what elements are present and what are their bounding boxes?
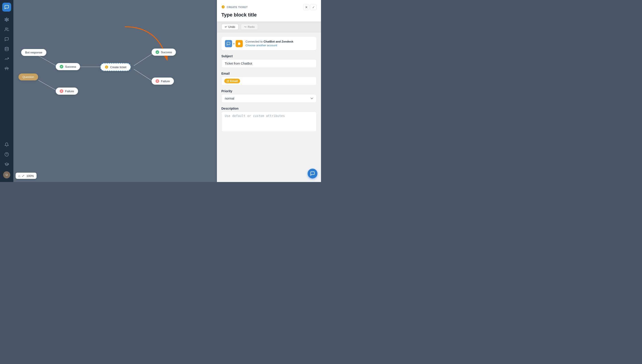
node-question-label: Question xyxy=(23,75,34,79)
svg-point-2 xyxy=(6,21,7,22)
user-avatar[interactable]: U xyxy=(2,170,11,179)
svg-point-4 xyxy=(8,18,9,19)
svg-line-20 xyxy=(38,56,58,67)
undo-icon: ↩ xyxy=(225,25,227,28)
svg-line-24 xyxy=(134,69,153,81)
undo-button[interactable]: ↩ Undo xyxy=(221,24,239,30)
node-create-ticket-label: Create ticket xyxy=(110,66,126,69)
node-failure-1[interactable]: Failure xyxy=(56,88,78,95)
choose-another-account-link[interactable]: Choose another account xyxy=(245,44,277,47)
chatbot-icon xyxy=(225,40,232,47)
chat-fab-button[interactable] xyxy=(308,169,317,178)
connection-service: ChatBot and Zendesk xyxy=(264,40,293,43)
svg-point-6 xyxy=(8,20,9,21)
email-label: Email xyxy=(221,72,317,75)
node-success-1-label: Success xyxy=(65,65,76,68)
email-input-container[interactable]: @ Email xyxy=(221,77,317,85)
svg-point-18 xyxy=(5,152,9,156)
sidebar-item-academy[interactable] xyxy=(2,160,11,169)
description-field-group: Description xyxy=(221,107,317,132)
connection-title: Connected to ChatBot and Zendesk xyxy=(245,40,313,43)
breadcrumb-text: CREATE TICKET xyxy=(227,6,248,8)
subject-input[interactable] xyxy=(221,59,317,68)
svg-line-21 xyxy=(38,80,58,91)
svg-line-23 xyxy=(134,54,153,66)
node-failure-1-label: Failure xyxy=(65,90,74,93)
sidebar-item-chat[interactable] xyxy=(2,35,11,44)
connection-title-text: Connected to xyxy=(245,40,264,43)
priority-select[interactable]: low normal high urgent xyxy=(221,94,317,103)
node-bot-response-label: Bot response xyxy=(25,51,42,54)
panel-content: + Connected to ChatBot and Zendesk Choos… xyxy=(217,32,321,182)
plus-sign: + xyxy=(233,42,235,46)
subject-field-group: Subject xyxy=(221,54,317,68)
node-success-2-label: Success xyxy=(161,50,172,54)
connection-card: + Connected to ChatBot and Zendesk Choos… xyxy=(221,37,317,50)
node-bot-response[interactable]: Bot response xyxy=(21,49,46,56)
failure-dot-2 xyxy=(156,79,159,83)
svg-point-16 xyxy=(5,68,6,68)
svg-point-13 xyxy=(5,28,7,30)
zendesk-logo xyxy=(236,40,243,47)
svg-point-14 xyxy=(5,47,9,48)
connection-icons: + xyxy=(225,40,243,47)
svg-point-1 xyxy=(6,18,7,18)
success-dot-1 xyxy=(60,65,63,68)
svg-point-5 xyxy=(5,20,6,21)
node-question[interactable]: Question xyxy=(19,74,38,80)
description-textarea[interactable] xyxy=(221,112,317,132)
panel-title[interactable]: Type block title xyxy=(221,12,317,18)
zendesk-icon-node xyxy=(105,65,108,69)
connection-info: Connected to ChatBot and Zendesk Choose … xyxy=(245,40,313,47)
description-label: Description xyxy=(221,107,317,110)
priority-label: Priority xyxy=(221,89,317,93)
priority-field-group: Priority low normal high urgent xyxy=(221,89,317,103)
panel-header: CREATE TICKET ✕ ✓ Type block title xyxy=(217,0,321,22)
sidebar-item-help[interactable] xyxy=(2,150,11,159)
svg-point-0 xyxy=(6,19,7,20)
redo-label: Redo xyxy=(248,25,255,28)
zoom-level: 100% xyxy=(26,174,34,178)
svg-point-17 xyxy=(8,68,9,68)
redo-button[interactable]: ↪ Redo xyxy=(241,24,258,30)
panel-actions: ✕ ✓ xyxy=(303,4,317,10)
fit-view-button[interactable]: ⤢ xyxy=(22,174,25,178)
sidebar-bottom: U xyxy=(2,140,11,179)
sidebar: U xyxy=(0,0,13,182)
panel-breadcrumb: CREATE TICKET xyxy=(221,5,248,9)
failure-dot-1 xyxy=(60,89,63,93)
confirm-panel-button[interactable]: ✓ xyxy=(310,4,317,10)
home-view-button[interactable]: ⌂ xyxy=(18,174,20,178)
flow-connections xyxy=(13,0,217,182)
subject-label: Subject xyxy=(221,54,317,58)
email-field-group: Email @ Email xyxy=(221,72,317,85)
sidebar-item-notifications[interactable] xyxy=(2,140,11,149)
undo-label: Undo xyxy=(228,25,235,28)
sidebar-item-analytics[interactable] xyxy=(2,54,11,63)
svg-point-3 xyxy=(5,18,6,19)
success-dot-2 xyxy=(156,50,159,54)
svg-point-15 xyxy=(6,67,8,68)
node-failure-2-label: Failure xyxy=(161,80,170,83)
close-panel-button[interactable]: ✕ xyxy=(303,4,309,10)
node-success-2[interactable]: Success xyxy=(152,48,176,56)
sidebar-item-users[interactable] xyxy=(2,25,11,34)
app-logo[interactable] xyxy=(2,3,11,12)
flow-canvas[interactable]: Bot response Question Success Failure Cr… xyxy=(13,0,217,182)
node-success-1[interactable]: Success xyxy=(56,63,80,70)
sidebar-item-hub[interactable] xyxy=(2,15,11,24)
right-panel: CREATE TICKET ✕ ✓ Type block title ↩ Und… xyxy=(217,0,321,182)
node-failure-2[interactable]: Failure xyxy=(152,78,174,85)
email-tag: @ Email xyxy=(224,79,240,83)
sidebar-item-audience[interactable] xyxy=(2,64,11,73)
node-create-ticket[interactable]: Create ticket xyxy=(100,63,131,71)
zendesk-breadcrumb-icon xyxy=(221,5,225,9)
undo-redo-bar: ↩ Undo ↪ Redo xyxy=(217,22,321,32)
redo-icon: ↪ xyxy=(244,25,247,28)
zoom-bar: ⌂ ⤢ 100% xyxy=(16,173,37,179)
sidebar-item-data[interactable] xyxy=(2,44,11,54)
